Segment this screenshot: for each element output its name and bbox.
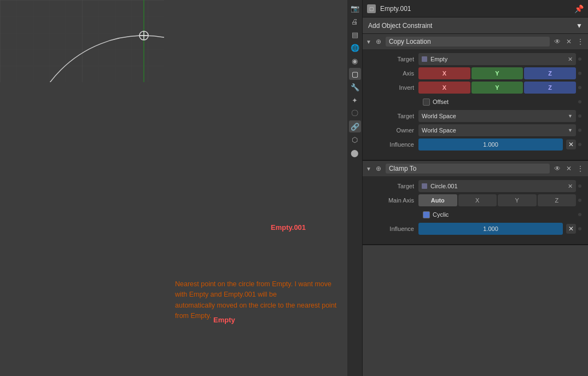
owner-space-dropdown[interactable]: World Space ▼: [418, 124, 576, 136]
clamp-influence-x-btn[interactable]: ✕: [566, 224, 576, 234]
dot-indicator-clamp-target: [578, 184, 581, 188]
invert-x-btn[interactable]: X: [418, 82, 470, 94]
cyclic-label: Cyclic: [433, 211, 449, 218]
more-icon-copyloc[interactable]: ⋮: [576, 37, 585, 47]
main-axis-auto-btn[interactable]: Auto: [418, 194, 457, 206]
close-icon-clamp[interactable]: ✕: [565, 164, 573, 173]
axis-row: Axis X Y Z: [369, 67, 581, 80]
constraint-icon-copyloc: ⊕: [375, 38, 382, 45]
clamp-influence-value: 1.000 ✕: [418, 223, 576, 235]
clamp-target-field[interactable]: Circle.001 ✕: [418, 180, 576, 192]
target-space-label: Target: [369, 113, 418, 119]
material-icon-btn[interactable]: ⬤: [349, 147, 361, 159]
more-icon-clamp[interactable]: ⋮: [576, 164, 585, 173]
influence-row: Influence 1.000 ✕: [369, 138, 581, 151]
world-icon-btn[interactable]: ◉: [349, 55, 361, 67]
invert-z-btn[interactable]: Z: [524, 82, 576, 94]
main-axis-label: Main Axis: [369, 197, 418, 204]
owner-space-value: World Space ▼: [418, 124, 576, 136]
invert-label: Invert: [369, 84, 418, 91]
particles-icon-btn[interactable]: ✦: [349, 94, 361, 106]
constraint-header-copyloc[interactable]: ▼ ⊕ Copy Location 👁 ✕ ⋮: [363, 34, 588, 49]
main-axis-x-btn[interactable]: X: [458, 194, 497, 206]
eye-icon-copyloc[interactable]: 👁: [553, 37, 562, 47]
viewport[interactable]: Empty.001 Empty Nearest point on the cir…: [0, 0, 347, 376]
dot-indicator-clamp-influence: [578, 227, 581, 230]
axis-group: X Y Z: [418, 67, 576, 79]
dot-indicator-invert: [578, 86, 581, 89]
constraint-body-copyloc: Target Empty ✕ Axis X: [363, 49, 588, 155]
influence-number: 1.000: [483, 141, 498, 148]
data-icon-btn[interactable]: ⬡: [349, 134, 361, 146]
cyclic-checkbox[interactable]: [423, 211, 430, 218]
offset-checkbox[interactable]: [423, 99, 430, 106]
owner-space-chevron: ▼: [568, 128, 573, 133]
eye-icon-clamp[interactable]: 👁: [553, 164, 562, 173]
modifier-icon-btn[interactable]: 🔧: [349, 81, 361, 93]
invert-y-btn[interactable]: Y: [471, 82, 523, 94]
influence-slider[interactable]: 1.000: [418, 138, 563, 151]
target-name: Empty: [430, 56, 447, 62]
clamp-target-value: Circle.001 ✕: [418, 180, 576, 192]
axis-y-btn[interactable]: Y: [471, 67, 523, 79]
dot-indicator-influence: [578, 143, 581, 146]
copy-location-constraint: ▼ ⊕ Copy Location 👁 ✕ ⋮ Target Empty ✕: [363, 34, 588, 161]
render-icon-btn[interactable]: 📷: [349, 2, 361, 14]
main-axis-z-btn[interactable]: Z: [538, 194, 577, 206]
main-axis-y-btn[interactable]: Y: [498, 194, 537, 206]
owner-space-label: Owner: [369, 127, 418, 134]
target-label: Target: [369, 56, 418, 62]
main-axis-row: Main Axis Auto X Y Z: [369, 194, 581, 207]
dot-indicator: [578, 57, 581, 61]
object-icon-btn[interactable]: ▢: [349, 68, 361, 80]
object-name: Empty.001: [380, 5, 411, 13]
add-constraint-bar[interactable]: Add Object Constraint ▼: [363, 18, 588, 34]
target-field[interactable]: Empty ✕: [418, 53, 576, 65]
view-icon-btn[interactable]: ▤: [349, 28, 361, 41]
invert-value: X Y Z: [418, 82, 576, 94]
close-icon-copyloc[interactable]: ✕: [565, 37, 573, 47]
constraints-icon-btn[interactable]: 🔗: [349, 120, 361, 132]
empty001-label: Empty.001: [271, 223, 306, 232]
physics-icon-btn[interactable]: 〇: [349, 107, 361, 119]
clamp-target-dot: [422, 183, 427, 189]
cyclic-row: Cyclic: [369, 208, 581, 221]
clamp-to-constraint: ▼ ⊕ Clamp To 👁 ✕ ⋮ Target Circle.001 ✕: [363, 161, 588, 245]
clamp-influence-slider[interactable]: 1.000: [418, 223, 563, 235]
influence-label: Influence: [369, 141, 418, 148]
invert-row: Invert X Y Z: [369, 81, 581, 94]
influence-value: 1.000 ✕: [418, 138, 576, 151]
output-icon-btn[interactable]: 🖨: [349, 15, 361, 27]
target-space-dropdown[interactable]: World Space ▼: [418, 110, 576, 122]
clamp-influence-label: Influence: [369, 225, 418, 232]
target-space-value: World Space ▼: [418, 110, 576, 122]
clamp-target-clear[interactable]: ✕: [568, 183, 573, 190]
clamp-target-label: Target: [369, 183, 418, 189]
icon-sidebar: 📷 🖨 ▤ 🌐 ◉ ▢ 🔧 ✦ 〇 🔗 ⬡ ⬤: [347, 0, 363, 376]
main-axis-group: Auto X Y Z: [418, 194, 576, 206]
scene-icon-btn[interactable]: 🌐: [349, 42, 361, 54]
offset-label: Offset: [433, 99, 449, 105]
influence-x-btn[interactable]: ✕: [566, 140, 576, 149]
add-constraint-chevron: ▼: [576, 22, 583, 30]
target-space-text: World Space: [422, 113, 456, 119]
add-constraint-label: Add Object Constraint: [368, 22, 432, 30]
panel-content: ▢ Empty.001 📌 Add Object Constraint ▼ ▼ …: [363, 0, 588, 376]
axis-label: Axis: [369, 70, 418, 77]
dot-indicator-main-axis: [578, 199, 581, 202]
constraint-header-clamp[interactable]: ▼ ⊕ Clamp To 👁 ✕ ⋮: [363, 161, 588, 176]
target-space-chevron: ▼: [568, 113, 573, 119]
target-clear-btn[interactable]: ✕: [568, 56, 573, 63]
constraint-name-clamp: Clamp To: [386, 164, 550, 173]
main-axis-value: Auto X Y Z: [418, 194, 576, 206]
expand-icon-copyloc: ▼: [366, 39, 371, 45]
pin-icon[interactable]: 📌: [574, 4, 584, 13]
dot-indicator-axis: [578, 72, 581, 75]
axis-x-btn[interactable]: X: [418, 67, 470, 79]
dot-indicator-tspace: [578, 114, 581, 118]
object-icon: ▢: [367, 4, 376, 13]
axis-z-btn[interactable]: Z: [524, 67, 576, 79]
clamp-influence-number: 1.000: [483, 225, 498, 232]
owner-space-row: Owner World Space ▼: [369, 124, 581, 137]
constraint-icon-clamp: ⊕: [375, 165, 382, 172]
